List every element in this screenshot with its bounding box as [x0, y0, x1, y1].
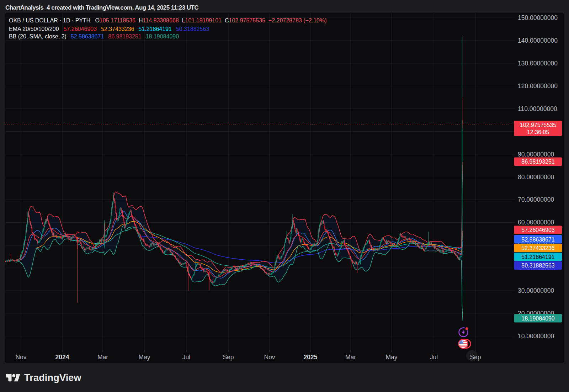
svg-text:10.00000000: 10.00000000: [518, 333, 554, 340]
svg-text:Sep: Sep: [470, 354, 481, 361]
svg-text:130.00000000: 130.00000000: [518, 60, 558, 67]
svg-text:90.00000000: 90.00000000: [518, 151, 554, 158]
svg-text:30.00000000: 30.00000000: [518, 287, 554, 294]
svg-text:Mar: Mar: [97, 354, 108, 361]
svg-text:86.98193251: 86.98193251: [521, 159, 555, 165]
svg-text:12:36:05: 12:36:05: [527, 129, 549, 135]
svg-text:140.00000000: 140.00000000: [518, 37, 558, 44]
svg-text:102.97575535: 102.97575535: [520, 122, 556, 128]
svg-text:May: May: [385, 354, 397, 361]
svg-text:Mar: Mar: [345, 354, 356, 361]
svg-text:60.00000000: 60.00000000: [518, 219, 554, 226]
svg-text:Jul: Jul: [182, 354, 190, 361]
svg-text:52.37433236: 52.37433236: [521, 245, 555, 251]
svg-text:Sep: Sep: [223, 354, 234, 361]
svg-text:150.00000000: 150.00000000: [518, 14, 558, 21]
svg-text:2024: 2024: [55, 354, 69, 361]
svg-text:120.00000000: 120.00000000: [518, 83, 558, 90]
svg-text:Nov: Nov: [15, 354, 26, 361]
svg-text:2025: 2025: [304, 354, 318, 361]
svg-text:Nov: Nov: [264, 354, 275, 361]
svg-text:May: May: [138, 354, 150, 361]
svg-text:Jul: Jul: [430, 354, 438, 361]
svg-text:51.21864191: 51.21864191: [521, 254, 555, 260]
svg-text:57.26046903: 57.26046903: [521, 227, 555, 233]
svg-text:18.19084090: 18.19084090: [521, 316, 555, 322]
svg-text:70.00000000: 70.00000000: [518, 196, 554, 203]
svg-text:50.31882563: 50.31882563: [521, 263, 555, 269]
svg-text:110.00000000: 110.00000000: [518, 105, 557, 112]
svg-text:52.58638671: 52.58638671: [521, 237, 555, 243]
svg-text:80.00000000: 80.00000000: [518, 174, 554, 181]
